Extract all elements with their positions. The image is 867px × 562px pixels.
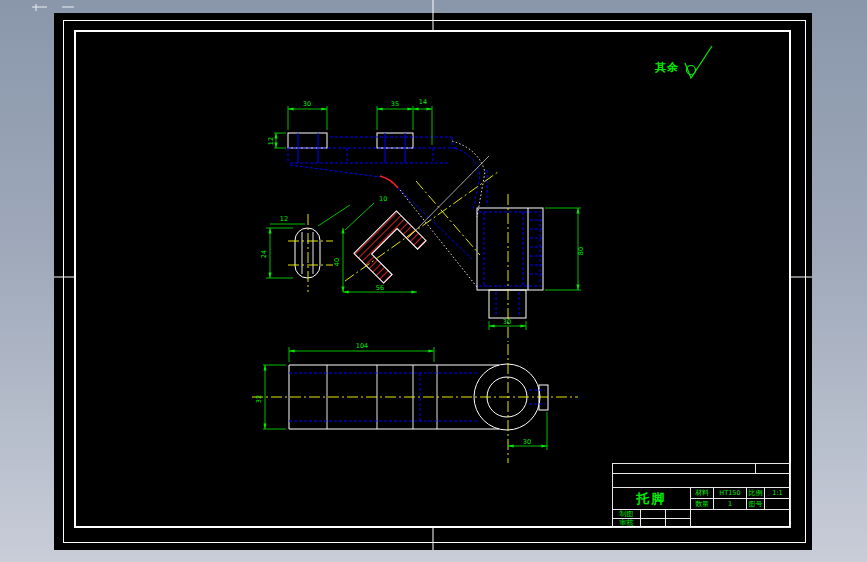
checker-name-cell bbox=[640, 518, 666, 528]
part-name: 托脚 bbox=[612, 487, 691, 510]
dim-slot-height: 24 bbox=[260, 250, 268, 258]
dim-slot-width: 12 bbox=[280, 215, 288, 223]
plan-view: 104 32 30 bbox=[252, 342, 578, 463]
title-block: 托脚 材料 HT150 比例 1:1 数量 1 图号 制图 审核 bbox=[612, 463, 791, 528]
rotated-section-view: 40 56 10 bbox=[318, 172, 498, 292]
dim-section-depth: 40 bbox=[333, 258, 341, 266]
company-cell bbox=[690, 509, 791, 528]
dim-arm-length: 104 bbox=[356, 342, 368, 350]
dim-pad-height: 12 bbox=[267, 137, 275, 145]
slot-view: 24 12 bbox=[260, 214, 333, 292]
dim-eye-offset: 30 bbox=[523, 438, 531, 446]
dim-pad2-width: 35 bbox=[391, 100, 399, 108]
dim-section-thickness: 10 bbox=[379, 195, 387, 203]
checker-label: 审核 bbox=[612, 518, 641, 528]
dim-pad1-width: 30 bbox=[303, 100, 311, 108]
boss-view: 80 30 bbox=[477, 194, 585, 342]
dim-section-width: 56 bbox=[376, 284, 384, 292]
roughness-icon bbox=[685, 46, 712, 78]
dim-arm-width: 32 bbox=[255, 395, 263, 403]
surface-note: 其余 bbox=[655, 60, 679, 75]
front-view: 30 35 14 12 bbox=[267, 98, 489, 287]
dim-boss-neck: 30 bbox=[503, 318, 511, 326]
dim-pad3-width: 14 bbox=[419, 98, 427, 106]
dim-boss-height: 80 bbox=[577, 247, 585, 255]
cad-viewport[interactable]: 30 35 14 12 80 bbox=[0, 0, 867, 562]
checker-date-cell bbox=[665, 518, 691, 528]
title-block-strip2 bbox=[612, 473, 791, 488]
